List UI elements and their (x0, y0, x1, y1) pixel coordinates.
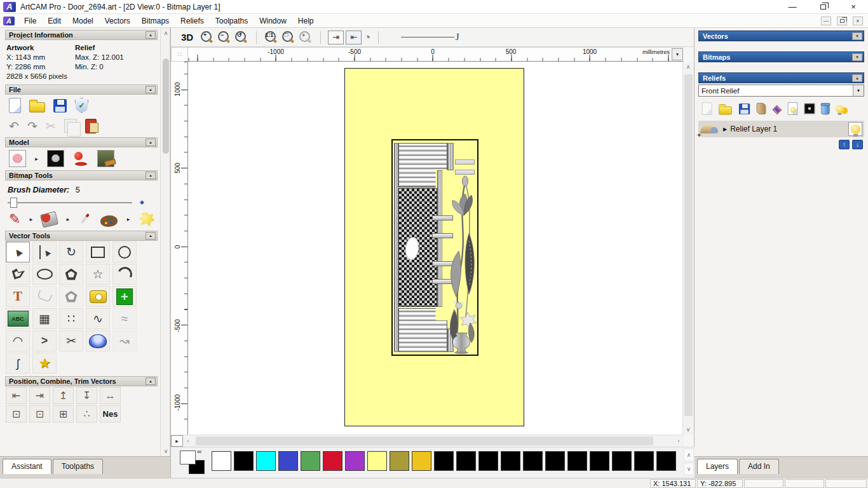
palette-scroll-down-icon[interactable]: ∨ (684, 463, 694, 475)
relief-clipart-icon[interactable] (757, 103, 766, 114)
slider-track[interactable] (8, 202, 132, 203)
trim-vectors-tool[interactable]: ✂ (59, 330, 83, 351)
section-header-bitmap-tools[interactable]: Bitmap Tools ▲ (5, 170, 158, 180)
redo-icon[interactable]: ↷ (27, 119, 37, 133)
toggle-assistant-icon[interactable]: ⇥ (328, 30, 344, 44)
palette-swatch[interactable] (634, 451, 654, 471)
model-wizard-icon[interactable]: ✓ (75, 98, 88, 113)
invert-relief-icon[interactable] (47, 150, 64, 167)
new-relief-layer-icon[interactable] (788, 102, 798, 115)
flyout-arrow-icon[interactable]: ▸ (126, 216, 130, 222)
palette-swatch[interactable] (523, 451, 543, 471)
save-model-icon[interactable] (53, 99, 67, 112)
paint-brush-icon[interactable]: ✎ (9, 211, 20, 227)
section-header-vector-tools[interactable]: Vector Tools ▲ (5, 231, 158, 241)
menu-item[interactable]: Vectors (99, 15, 136, 27)
mdi-restore-button[interactable] (837, 17, 847, 25)
create-star-tool[interactable]: ☆ (86, 264, 110, 285)
pour-fill-tool[interactable] (32, 286, 57, 307)
assistant-scrollbar[interactable]: ∧ ∨ (160, 28, 170, 456)
scrollbar-thumb[interactable] (163, 58, 169, 154)
fit-curve-tool[interactable]: ∿ (86, 308, 110, 329)
scroll-up-icon[interactable]: ∧ (161, 28, 171, 38)
menu-item[interactable]: File (18, 15, 42, 27)
section-header-bitmaps[interactable]: Bitmaps ▼ (698, 51, 864, 62)
palette-swatch[interactable] (501, 451, 520, 471)
zoom-out-icon[interactable]: − (217, 30, 232, 45)
new-model-icon[interactable] (9, 98, 21, 113)
palette-swatch[interactable] (412, 451, 431, 471)
collapse-button-icon[interactable]: ▲ (852, 74, 862, 82)
zoom-drawing-icon[interactable]: ● (298, 30, 313, 45)
nesting-icon[interactable]: Nes (100, 405, 121, 423)
create-polygon-tool[interactable] (59, 264, 83, 285)
horizontal-scrollbar[interactable]: ‹ › (183, 435, 684, 447)
relief-selector-dropdown[interactable]: Front Relief ▼ (698, 85, 864, 97)
palette-swatch[interactable] (567, 451, 587, 471)
palette-swatch[interactable] (478, 451, 498, 471)
undo-icon[interactable]: ↶ (9, 119, 19, 133)
create-ellipse-tool[interactable] (32, 264, 57, 285)
scroll-down-icon[interactable]: ∨ (161, 446, 171, 456)
expand-button-icon[interactable]: ▼ (852, 53, 862, 61)
toggle-all-layers-icon[interactable] (836, 105, 843, 112)
palette-swatch[interactable] (390, 451, 409, 471)
tab-toolpaths[interactable]: Toolpaths (53, 459, 103, 474)
section-header-vectors[interactable]: Vectors ▼ (698, 30, 864, 41)
create-rectangle-tool[interactable] (86, 241, 110, 262)
zoom-fit-icon[interactable]: □ (281, 30, 296, 45)
menu-item[interactable]: Toolpaths (210, 15, 254, 27)
primary-colour-swatch[interactable] (180, 451, 196, 464)
section-header-position-combine-trim[interactable]: Position, Combine, Trim Vectors ▲ (5, 376, 158, 386)
zoom-in-icon[interactable]: + (200, 30, 215, 45)
panel-splitter-button[interactable]: ▸ (171, 435, 183, 447)
texture-relief-icon[interactable] (97, 150, 114, 167)
colour-picker-icon[interactable] (78, 212, 92, 226)
centre-in-page-icon[interactable]: ⊡ (6, 405, 27, 423)
slider-thumb[interactable] (10, 198, 17, 208)
scroll-left-icon[interactable]: ‹ (183, 436, 193, 446)
palette-swatch[interactable] (545, 451, 565, 471)
scroll-up-icon[interactable]: ∧ (683, 62, 693, 72)
zoom-previous-icon[interactable]: ↺ (234, 30, 249, 45)
section-header-project-information[interactable]: Project Information ▲ (5, 30, 158, 40)
scroll-down-icon[interactable]: ∨ (683, 424, 693, 435)
pan-view-icon[interactable]: ◔ (363, 30, 370, 44)
palette-swatch[interactable] (656, 451, 676, 471)
align-top-icon[interactable]: ↥ (53, 387, 74, 404)
paste-icon[interactable] (85, 119, 97, 133)
fillet-arcs-tool[interactable]: ◠ (6, 330, 30, 351)
units-dropdown-button[interactable]: ▼ (672, 48, 683, 60)
menu-item[interactable]: Reliefs (175, 15, 210, 27)
transform-vectors-tool[interactable]: ↻ (59, 241, 83, 262)
relief-from-image-icon[interactable] (9, 150, 26, 167)
flyout-arrow-icon[interactable]: ▸ (65, 216, 70, 222)
collapse-button-icon[interactable]: ▲ (146, 377, 156, 385)
create-text-tool[interactable]: T (6, 286, 30, 307)
create-circle-tool[interactable] (112, 241, 137, 262)
vector-doctor-tool[interactable] (86, 330, 110, 351)
text-block-tool[interactable]: ABC (6, 308, 30, 329)
3d-view-button[interactable]: 3D (179, 31, 196, 43)
cut-icon[interactable]: ✂ (46, 119, 56, 133)
flood-fill-icon[interactable] (40, 211, 58, 227)
collapse-button-icon[interactable]: ▲ (146, 86, 156, 93)
section-profile-tool[interactable]: ʃ (6, 353, 30, 374)
palette-swatch[interactable] (278, 451, 298, 471)
restore-button[interactable] (812, 1, 834, 13)
section-header-file[interactable]: File ▲ (5, 85, 158, 95)
menu-item[interactable]: Bitmaps (136, 15, 175, 27)
ruler-origin-button[interactable]: ∷ (171, 47, 188, 62)
offset-vectors-tool[interactable]: > (32, 330, 57, 351)
mdi-minimize-button[interactable]: — (821, 17, 831, 25)
flyout-arrow-icon[interactable]: ▸ (29, 216, 33, 222)
free-form-tool[interactable]: ≈ (112, 308, 137, 329)
palette-swatch[interactable] (367, 451, 387, 471)
expand-button-icon[interactable]: ▼ (852, 32, 862, 40)
brush-diameter-slider[interactable]: ◆ (8, 197, 144, 208)
delete-relief-icon[interactable] (821, 105, 829, 115)
2d-view-canvas[interactable] (188, 62, 684, 435)
open-model-icon[interactable] (29, 102, 45, 112)
align-left-icon[interactable]: ⇤ (6, 387, 27, 404)
copy-icon[interactable] (64, 119, 77, 133)
